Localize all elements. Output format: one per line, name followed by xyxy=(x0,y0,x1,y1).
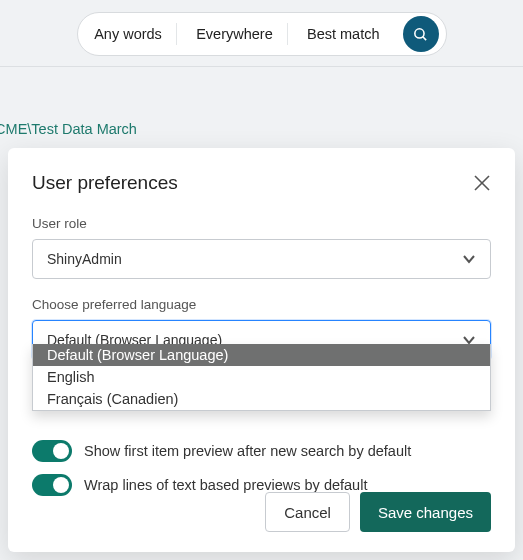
svg-line-1 xyxy=(423,36,426,39)
search-icon xyxy=(412,26,429,43)
wrap-lines-toggle[interactable] xyxy=(32,474,72,496)
close-button[interactable] xyxy=(473,174,491,192)
chevron-down-icon xyxy=(462,252,476,266)
show-preview-toggle[interactable] xyxy=(32,440,72,462)
search-scope-filter[interactable]: Everywhere xyxy=(182,23,288,45)
svg-point-0 xyxy=(415,28,424,37)
search-words-filter[interactable]: Any words xyxy=(80,23,177,45)
language-dropdown: Default (Browser Language) English Franç… xyxy=(32,344,491,411)
wrap-lines-label: Wrap lines of text based previews by def… xyxy=(84,477,367,493)
close-icon xyxy=(473,174,491,192)
language-option[interactable]: English xyxy=(33,366,490,388)
language-label: Choose preferred language xyxy=(32,297,491,312)
language-option[interactable]: Default (Browser Language) xyxy=(33,344,490,366)
user-role-label: User role xyxy=(32,216,491,231)
language-option[interactable]: Français (Canadien) xyxy=(33,388,490,410)
breadcrumb[interactable]: ents\ACME\Test Data March xyxy=(0,67,523,137)
search-button[interactable] xyxy=(403,16,439,52)
show-preview-label: Show first item preview after new search… xyxy=(84,443,411,459)
save-button[interactable]: Save changes xyxy=(360,492,491,532)
cancel-button[interactable]: Cancel xyxy=(265,492,350,532)
user-role-value: ShinyAdmin xyxy=(47,251,122,267)
user-role-select[interactable]: ShinyAdmin xyxy=(32,239,491,279)
search-bar: Any words Everywhere Best match xyxy=(77,12,447,56)
preferences-modal: User preferences User role ShinyAdmin Ch… xyxy=(8,148,515,552)
modal-title: User preferences xyxy=(32,172,178,194)
search-match-filter[interactable]: Best match xyxy=(293,23,394,45)
